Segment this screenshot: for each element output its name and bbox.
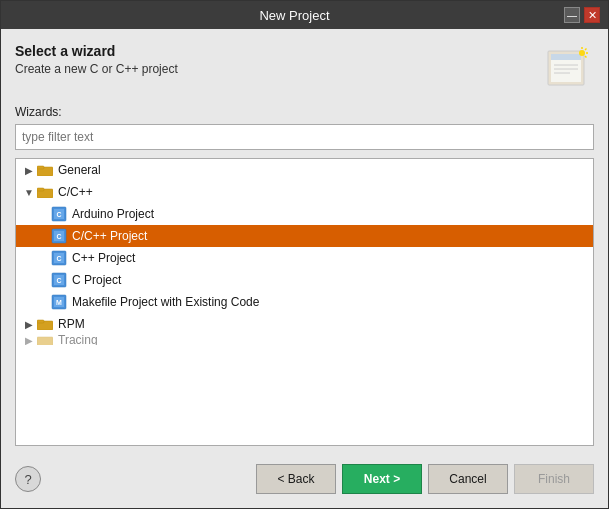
svg-rect-12 <box>37 166 44 169</box>
tree-item-arduino[interactable]: C Arduino Project <box>16 203 593 225</box>
footer-area: ? < Back Next > Cancel Finish <box>1 446 608 508</box>
cancel-button[interactable]: Cancel <box>428 464 508 494</box>
project-cplus-icon: C <box>50 250 68 266</box>
footer-buttons: ? < Back Next > Cancel Finish <box>15 464 594 494</box>
svg-point-6 <box>579 50 585 56</box>
next-button[interactable]: Next > <box>342 464 422 494</box>
svg-text:C: C <box>56 277 61 284</box>
dialog-subtitle: Create a new C or C++ project <box>15 62 178 76</box>
tree-item-cpp-group-label: C/C++ <box>58 185 93 199</box>
folder-rpm-icon <box>36 317 54 331</box>
help-button[interactable]: ? <box>15 466 41 492</box>
close-button[interactable]: ✕ <box>584 7 600 23</box>
dialog-window: New Project — ✕ Select a wizard Create a… <box>0 0 609 509</box>
folder-tracing-icon <box>36 335 54 345</box>
svg-text:C: C <box>56 255 61 262</box>
expand-tracing-icon: ▶ <box>22 335 36 345</box>
tree-item-makefile[interactable]: M Makefile Project with Existing Code <box>16 291 593 313</box>
dialog-title: Select a wizard <box>15 43 178 59</box>
folder-cpp-icon <box>36 185 54 199</box>
tree-container: ▶ General ▼ C/C++ C Arduino Pro <box>15 158 594 446</box>
minimize-button[interactable]: — <box>564 7 580 23</box>
svg-text:C: C <box>56 233 61 240</box>
tree-item-tracing[interactable]: ▶ Tracing <box>16 335 593 345</box>
tree-item-rpm[interactable]: ▶ RPM <box>16 313 593 335</box>
titlebar-controls: — ✕ <box>564 7 600 23</box>
tree-item-cplus-project-label: C++ Project <box>72 251 135 265</box>
svg-line-10 <box>585 56 587 58</box>
svg-text:C: C <box>56 211 61 218</box>
project-c-icon: C <box>50 272 68 288</box>
action-buttons: < Back Next > Cancel Finish <box>256 464 594 494</box>
project-makefile-icon: M <box>50 294 68 310</box>
tree-item-c-project-label: C Project <box>72 273 121 287</box>
tree-item-general[interactable]: ▶ General <box>16 159 593 181</box>
svg-rect-32 <box>37 337 53 345</box>
svg-rect-31 <box>37 320 44 323</box>
svg-text:M: M <box>56 299 62 306</box>
tree-item-makefile-label: Makefile Project with Existing Code <box>72 295 259 309</box>
tree-item-cpp-group[interactable]: ▼ C/C++ <box>16 181 593 203</box>
wizards-label: Wizards: <box>15 105 594 119</box>
svg-rect-2 <box>551 54 581 60</box>
header-row: Select a wizard Create a new C or C++ pr… <box>15 43 594 95</box>
filter-input[interactable] <box>15 124 594 150</box>
svg-rect-14 <box>37 188 44 191</box>
wizard-icon <box>542 43 594 95</box>
finish-button[interactable]: Finish <box>514 464 594 494</box>
expand-general-icon: ▶ <box>22 165 36 176</box>
tree-item-cplus-project[interactable]: C C++ Project <box>16 247 593 269</box>
titlebar: New Project — ✕ <box>1 1 608 29</box>
folder-general-icon <box>36 163 54 177</box>
tree-item-cpp-project[interactable]: C C/C++ Project <box>16 225 593 247</box>
tree-item-tracing-label: Tracing <box>58 335 98 345</box>
back-button[interactable]: < Back <box>256 464 336 494</box>
main-content: Select a wizard Create a new C or C++ pr… <box>1 29 608 446</box>
expand-rpm-icon: ▶ <box>22 319 36 330</box>
project-cpp-icon: C <box>50 228 68 244</box>
expand-cpp-icon: ▼ <box>22 187 36 198</box>
window-title: New Project <box>25 8 564 23</box>
project-arduino-icon: C <box>50 206 68 222</box>
header-text: Select a wizard Create a new C or C++ pr… <box>15 43 178 76</box>
tree-item-general-label: General <box>58 163 101 177</box>
tree-item-rpm-label: RPM <box>58 317 85 331</box>
svg-line-8 <box>585 49 587 51</box>
tree-item-arduino-label: Arduino Project <box>72 207 154 221</box>
tree-item-cpp-project-label: C/C++ Project <box>72 229 147 243</box>
tree-item-c-project[interactable]: C C Project <box>16 269 593 291</box>
